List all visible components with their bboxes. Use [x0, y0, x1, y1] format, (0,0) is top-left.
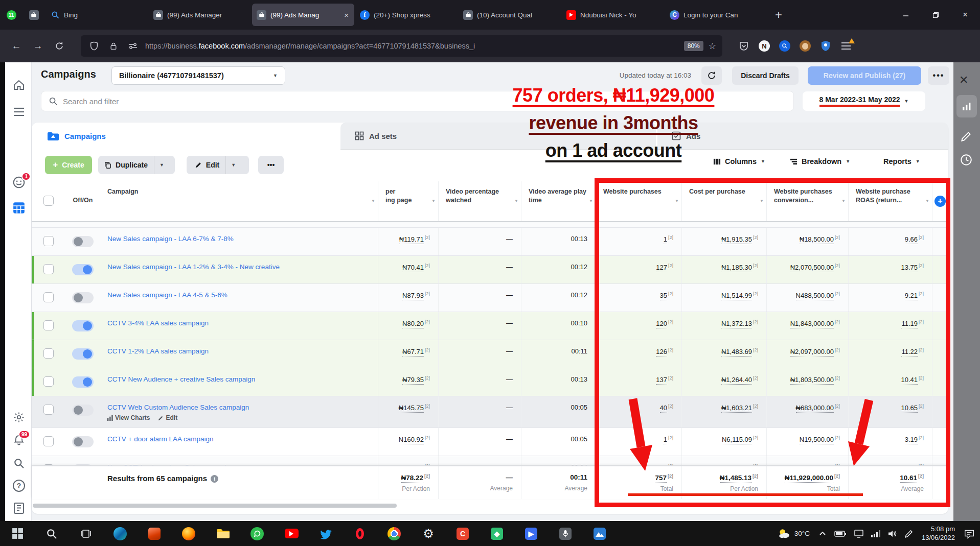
browser-tab[interactable]: (10) Account Qual	[459, 4, 561, 26]
metric-value[interactable]: ₦87.93	[402, 292, 424, 300]
more-options-button[interactable]: •••	[928, 66, 949, 85]
taskbar-photos-icon[interactable]	[588, 521, 611, 546]
browser-tab[interactable]: f(20+) Shop xpress	[355, 4, 458, 26]
campaign-link[interactable]: CCTV 3-4% LAA sales campaign	[107, 319, 372, 327]
shield-extension-icon[interactable]	[818, 39, 833, 53]
tray-display-icon[interactable]	[854, 530, 863, 538]
column-video-play-time[interactable]: Video average play time▼	[521, 181, 596, 221]
tray-battery-icon[interactable]	[834, 530, 847, 537]
tray-chevron-up-icon[interactable]	[818, 530, 827, 538]
metric-value[interactable]: 00:13	[571, 375, 587, 383]
menu-extension-icon[interactable]	[839, 39, 853, 53]
taskbar-edge-icon[interactable]	[109, 521, 131, 546]
sidebar-item-home[interactable]	[10, 77, 28, 94]
sidebar-item-notifications[interactable]: 99	[10, 431, 28, 448]
sidebar-item-ads-table[interactable]	[10, 199, 28, 217]
campaign-toggle[interactable]	[72, 320, 94, 331]
duplicate-button[interactable]: Duplicate ▼	[98, 156, 175, 174]
row-checkbox[interactable]	[43, 264, 54, 274]
metric-value[interactable]: 00:05	[571, 403, 587, 411]
campaign-toggle[interactable]	[72, 292, 94, 303]
charts-rail-button[interactable]	[956, 95, 977, 117]
tab-close-icon[interactable]: ×	[343, 11, 350, 19]
weather-widget[interactable]: 30°C	[778, 527, 810, 540]
metric-value[interactable]: ₦79.35	[402, 376, 424, 385]
pocket-extension-icon[interactable]	[737, 39, 751, 53]
sidebar-item-avatar[interactable]	[10, 128, 28, 145]
taskbar-clock[interactable]: 5:08 pm 13/06/2022	[922, 525, 955, 542]
sidebar-item-pages[interactable]	[10, 500, 28, 517]
metric-value[interactable]: ₦119.71	[399, 235, 424, 244]
browser-tab[interactable]: (99) Ads Manager	[149, 4, 251, 26]
campaign-toggle[interactable]	[72, 348, 94, 360]
create-button[interactable]: +Create	[45, 156, 92, 174]
browser-tab[interactable]: (99) Ads Manag×	[252, 4, 354, 26]
sidebar-item-menu[interactable]	[10, 103, 28, 121]
campaign-link[interactable]: New Sales campaign - LAA 1-2% & 3-4% - N…	[107, 263, 372, 271]
tray-pen-icon[interactable]	[905, 530, 913, 538]
edit-button[interactable]: Edit ▼	[187, 156, 249, 174]
tray-volume-icon[interactable]	[888, 530, 897, 538]
new-tab-button[interactable]: +	[775, 9, 782, 21]
forward-button[interactable]: →	[29, 37, 47, 55]
monkey-extension-icon[interactable]	[798, 39, 812, 53]
campaign-toggle[interactable]	[72, 376, 94, 388]
action-center-icon[interactable]	[964, 528, 975, 539]
campaign-toggle[interactable]	[72, 236, 94, 247]
window-restore-button[interactable]	[921, 0, 950, 30]
metric-value[interactable]: ₦145.75	[399, 404, 424, 413]
campaign-link[interactable]: CCTV Web Custom Audience Sales campaign	[107, 403, 372, 411]
campaign-link[interactable]: CCTV + door alarm LAA campaign	[107, 435, 372, 443]
metric-value[interactable]: —	[506, 291, 513, 299]
taskbar-editor-green-icon[interactable]: ◆	[486, 521, 508, 546]
taskbar-file-explorer-icon[interactable]	[212, 521, 234, 546]
close-panel-icon[interactable]: ✕	[959, 74, 968, 87]
row-checkbox[interactable]	[43, 376, 54, 387]
zoom-level-badge[interactable]: 80%	[684, 41, 703, 51]
metric-value[interactable]: ₦80.20	[402, 320, 424, 328]
taskbar-capcut-icon[interactable]: C	[451, 521, 474, 546]
date-range-selector[interactable]: 8 Mar 2022-31 May 2022▼	[803, 91, 925, 111]
lock-icon[interactable]	[106, 39, 121, 53]
horizontal-scrollbar[interactable]	[33, 504, 397, 508]
tab-campaigns[interactable]: Campaigns	[32, 123, 339, 150]
pinned-tab[interactable]: 11	[2, 4, 20, 26]
taskbar-movies-icon[interactable]: ▶	[520, 521, 542, 546]
sidebar-item-search[interactable]	[10, 455, 28, 472]
taskbar-twitter-icon[interactable]	[314, 521, 337, 546]
sidebar-item-settings[interactable]	[10, 409, 28, 426]
reload-button[interactable]	[50, 37, 69, 55]
metric-value[interactable]: —	[506, 263, 513, 271]
row-hover-actions[interactable]: View ChartsEdit	[107, 414, 372, 421]
campaign-link[interactable]: New Sales campaign - LAA 4-5 & 5-6%	[107, 291, 372, 299]
window-close-button[interactable]: ×	[950, 0, 980, 30]
row-checkbox[interactable]	[43, 320, 54, 330]
metric-value[interactable]: 00:12	[571, 263, 587, 271]
taskbar-firefox-icon[interactable]	[177, 521, 200, 546]
row-checkbox[interactable]	[43, 348, 54, 359]
address-bar[interactable]: https://business.facebook.com/adsmanager…	[81, 35, 722, 57]
view-charts-action[interactable]: View Charts	[107, 414, 150, 421]
edit-rail-icon[interactable]	[960, 130, 973, 143]
metric-value[interactable]: 00:05	[571, 435, 587, 443]
row-checkbox[interactable]	[43, 405, 54, 415]
breakdown-button[interactable]: Breakdown▼	[790, 157, 850, 165]
permissions-icon[interactable]	[126, 39, 140, 53]
campaign-link[interactable]: CCTV New Audience + creative Sales campa…	[107, 375, 372, 383]
metric-value[interactable]: 00:11	[571, 347, 587, 355]
taskbar-settings-icon[interactable]: ⚙	[417, 521, 440, 546]
edit-action[interactable]: Edit	[158, 414, 177, 421]
tray-network-icon[interactable]	[871, 530, 880, 537]
column-cost-per-landing[interactable]: pering page▼	[378, 181, 439, 221]
metric-value[interactable]: —	[506, 403, 513, 411]
taskbar-recorder-icon[interactable]	[554, 521, 577, 546]
metric-value[interactable]: ₦70.41	[402, 264, 424, 272]
pinned-tab[interactable]	[25, 4, 43, 26]
edit-menu-caret[interactable]: ▼	[225, 156, 241, 174]
account-extension-icon[interactable]: N	[757, 39, 771, 53]
metric-value[interactable]: ₦160.92	[399, 436, 424, 444]
campaign-link[interactable]: CCTV 1-2% LAA sales campaign	[107, 347, 372, 355]
metric-value[interactable]: 00:12	[571, 291, 587, 299]
info-icon[interactable]: i	[211, 475, 218, 483]
reports-button[interactable]: Reports▼	[883, 157, 920, 165]
